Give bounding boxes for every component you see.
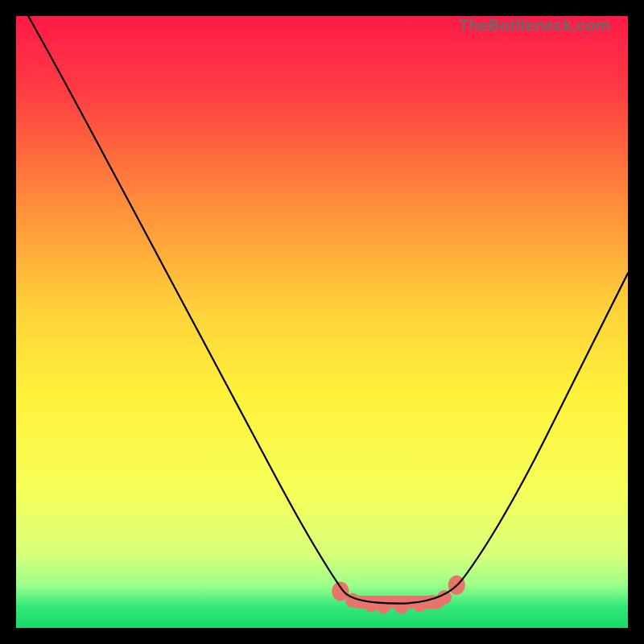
watermark-text: TheBottleneck.com: [459, 16, 610, 35]
highlight-dot: [376, 599, 390, 613]
bottleneck-chart: [16, 16, 628, 628]
highlight-dot: [394, 599, 409, 613]
highlight-dot: [413, 597, 427, 612]
gradient-background: [16, 16, 628, 628]
chart-frame: TheBottleneck.com: [16, 16, 628, 628]
highlight-dot: [364, 597, 378, 612]
